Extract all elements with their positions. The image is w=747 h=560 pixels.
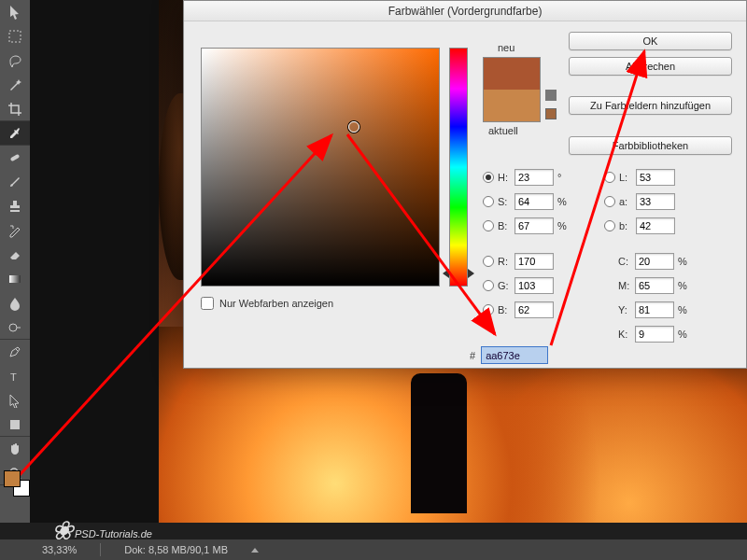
svg-rect-0 (9, 31, 21, 42)
input-b2[interactable] (514, 301, 554, 318)
input-r[interactable] (514, 253, 554, 270)
history-brush-tool[interactable] (0, 218, 30, 243)
stamp-tool[interactable] (0, 194, 30, 218)
field-hex: # (470, 346, 548, 364)
status-more-icon[interactable] (251, 548, 259, 553)
field-c: C:% (618, 253, 691, 270)
hex-hash-label: # (470, 350, 475, 361)
web-colors-checkbox-input[interactable] (201, 297, 214, 310)
field-a: a: (604, 193, 675, 210)
hand-tool[interactable] (0, 437, 30, 461)
field-s: S:% (483, 193, 571, 210)
input-hex[interactable] (481, 346, 548, 364)
field-b: B:% (483, 217, 571, 234)
color-picker-dialog: Farbwähler (Vordergrundfarbe) neu aktuel… (183, 0, 747, 369)
input-b[interactable] (514, 217, 554, 234)
svg-rect-1 (10, 154, 21, 161)
shape-tool[interactable] (0, 413, 30, 437)
cancel-button[interactable]: Abbrechen (569, 57, 732, 76)
pen-tool[interactable] (0, 340, 30, 364)
dialog-title: Farbwähler (Vordergrundfarbe) (184, 1, 746, 21)
field-l: L: (604, 169, 675, 186)
type-tool[interactable]: T (0, 364, 30, 388)
add-to-swatches-button[interactable]: Zu Farbfeldern hinzufügen (569, 96, 732, 115)
preview-current-color[interactable] (484, 90, 540, 121)
dodge-tool[interactable] (0, 315, 30, 340)
input-s[interactable] (514, 193, 554, 210)
brush-tool[interactable] (0, 170, 30, 194)
hue-slider[interactable] (449, 48, 468, 287)
sv-cursor[interactable] (348, 121, 359, 133)
lasso-tool[interactable] (0, 49, 30, 73)
field-k: K:% (618, 326, 691, 343)
radio-lab-b[interactable] (604, 220, 615, 231)
eraser-tool[interactable] (0, 243, 30, 267)
radio-l[interactable] (604, 172, 615, 183)
field-y: Y:% (618, 301, 691, 318)
canvas-gap (30, 0, 159, 523)
foreground-color-swatch[interactable] (4, 470, 21, 487)
field-b2: B: (483, 301, 554, 318)
field-g: G: (483, 277, 554, 294)
radio-g[interactable] (483, 280, 494, 291)
svg-point-3 (9, 324, 17, 331)
crop-tool[interactable] (0, 97, 30, 121)
svg-text:T: T (10, 371, 17, 383)
input-l[interactable] (636, 169, 675, 186)
watermark: ❀ PSD-Tutorials.de (51, 524, 152, 539)
field-r: R: (483, 253, 554, 270)
watermark-text: PSD-Tutorials.de (75, 528, 152, 539)
watermark-icon: ❀ (51, 524, 73, 539)
wand-tool[interactable] (0, 73, 30, 97)
color-preview (483, 57, 541, 122)
input-m[interactable] (635, 277, 674, 294)
radio-h[interactable] (483, 172, 494, 183)
radio-b[interactable] (483, 220, 494, 231)
input-a[interactable] (636, 193, 675, 210)
label-new: neu (498, 42, 514, 53)
gamut-warning-icon[interactable] (545, 90, 557, 101)
blur-tool[interactable] (0, 291, 30, 315)
document-size[interactable]: Dok: 8,58 MB/90,1 MB (124, 544, 228, 555)
gradient-tool[interactable] (0, 267, 30, 291)
color-libraries-button[interactable]: Farbbibliotheken (569, 136, 732, 155)
heal-tool[interactable] (0, 146, 30, 170)
radio-a[interactable] (604, 196, 615, 207)
status-bar: 33,33% Dok: 8,58 MB/90,1 MB (0, 539, 747, 560)
color-swatches[interactable] (4, 470, 30, 497)
websafe-swatch-icon[interactable] (545, 108, 557, 119)
hue-indicator-left (443, 269, 449, 278)
web-colors-only-checkbox[interactable]: Nur Webfarben anzeigen (201, 297, 333, 310)
status-separator (100, 543, 101, 556)
field-lab-b: b: (604, 217, 675, 234)
radio-r[interactable] (483, 256, 494, 267)
input-c[interactable] (635, 253, 674, 270)
input-k[interactable] (635, 326, 674, 343)
path-select-tool[interactable] (0, 388, 30, 413)
marquee-tool[interactable] (0, 24, 30, 49)
saturation-value-field[interactable] (201, 48, 440, 287)
zoom-level[interactable]: 33,33% (42, 544, 77, 555)
svg-rect-5 (10, 420, 20, 429)
input-y[interactable] (635, 301, 674, 318)
tool-panel: T (0, 0, 30, 523)
radio-s[interactable] (483, 196, 494, 207)
web-colors-label: Nur Webfarben anzeigen (219, 298, 333, 309)
label-current: aktuell (488, 125, 518, 136)
ok-button[interactable]: OK (569, 32, 732, 50)
input-lab-b[interactable] (636, 217, 675, 234)
input-g[interactable] (514, 277, 554, 294)
hue-indicator-right (468, 269, 474, 278)
move-tool[interactable] (0, 0, 30, 24)
eyedropper-tool[interactable] (0, 121, 30, 146)
input-h[interactable] (514, 169, 554, 186)
preview-new-color (484, 58, 540, 90)
radio-b2[interactable] (483, 304, 494, 315)
field-m: M:% (618, 277, 691, 294)
field-h: H:° (483, 169, 571, 186)
svg-rect-2 (9, 275, 21, 283)
